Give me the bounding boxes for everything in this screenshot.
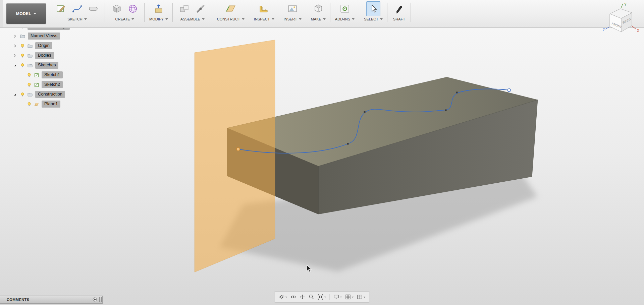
- chevron-down-icon: [34, 13, 36, 14]
- zoom-button[interactable]: [308, 293, 316, 301]
- pen-icon: [393, 3, 405, 14]
- assemble-menu-label: ASSEMBLE: [180, 17, 200, 21]
- modify-menu[interactable]: MODIFY: [149, 17, 168, 21]
- construction-plane-button[interactable]: [224, 1, 238, 16]
- tree-item-label[interactable]: Sketch1: [42, 71, 63, 78]
- create-menu[interactable]: CREATE: [115, 17, 135, 21]
- spline-fit-point[interactable]: [364, 111, 366, 113]
- lightbulb-on-icon[interactable]: [20, 53, 25, 58]
- create-sketch-button[interactable]: [54, 1, 68, 16]
- caret-collapsed-icon[interactable]: [13, 54, 17, 57]
- new-component-icon: [179, 3, 190, 14]
- create-form-button[interactable]: [126, 1, 140, 16]
- tree-row-construction[interactable]: Construction: [0, 89, 103, 99]
- orbit-button[interactable]: [278, 293, 288, 301]
- pan-button[interactable]: [299, 293, 307, 301]
- assemble-menu[interactable]: ASSEMBLE: [180, 17, 205, 21]
- tree-item-label[interactable]: Bodies: [35, 52, 54, 59]
- tree-item-label[interactable]: Named Views: [28, 33, 60, 40]
- tree-row-sketch2[interactable]: Sketch2: [0, 80, 103, 89]
- sketch-menu-label: SKETCH: [67, 17, 83, 21]
- tree-row-plane1[interactable]: Plane1: [0, 99, 103, 109]
- tree-item-label[interactable]: Sketches: [35, 62, 58, 69]
- toolbar-group-create: CREATE: [105, 0, 145, 27]
- insert-canvas-button[interactable]: [285, 1, 300, 16]
- chevron-down-icon: [202, 18, 205, 20]
- insert-menu[interactable]: INSERT: [284, 17, 302, 21]
- caret-collapsed-icon[interactable]: [13, 44, 17, 48]
- folder-icon: [28, 53, 33, 58]
- grid-and-snaps-button[interactable]: [344, 293, 355, 301]
- lightbulb-on-icon[interactable]: [20, 92, 25, 97]
- folder-icon: [20, 34, 25, 38]
- spline-start-point[interactable]: [236, 147, 240, 151]
- select-menu[interactable]: SELECT: [364, 17, 383, 21]
- fit-button[interactable]: [317, 293, 327, 301]
- tree-row-sketches[interactable]: Sketches: [0, 60, 103, 70]
- make-menu[interactable]: MAKE: [311, 17, 326, 21]
- toolbar-group-shaft: SHAFT: [387, 0, 411, 27]
- spline-fit-point[interactable]: [456, 92, 458, 94]
- look-at-button[interactable]: [289, 293, 298, 301]
- tree-row-bodies[interactable]: Bodies: [0, 51, 103, 60]
- caret-expanded-icon[interactable]: [13, 64, 17, 67]
- workspace-label: MODEL: [16, 11, 31, 16]
- lightbulb-on-icon[interactable]: [27, 73, 32, 77]
- tree-row-named-views[interactable]: Named Views: [0, 31, 103, 41]
- tree-item-label[interactable]: Construction: [35, 91, 65, 98]
- addins-menu[interactable]: ADD-INS: [335, 17, 355, 21]
- construction-plane-icon: [225, 3, 236, 14]
- lightbulb-on-icon[interactable]: [27, 102, 32, 107]
- tree-item-label[interactable]: Sketch2: [42, 81, 63, 88]
- lightbulb-on-icon[interactable]: [20, 63, 25, 68]
- toolbar-group-assemble: ASSEMBLE: [173, 0, 212, 27]
- scripts-addins-button[interactable]: [338, 1, 352, 16]
- slot-tool-button[interactable]: [86, 1, 100, 16]
- joint-button[interactable]: [194, 1, 208, 16]
- display-settings-button[interactable]: [332, 293, 343, 301]
- toolbar-group-inspect: INSPECT: [249, 0, 279, 27]
- spline-fit-point[interactable]: [445, 110, 447, 111]
- sketch-icon: [34, 82, 39, 87]
- spline-end-point[interactable]: [508, 89, 511, 92]
- tree-row-sketch1[interactable]: Sketch1: [0, 70, 103, 80]
- axis-y-label: Y: [624, 3, 627, 6]
- tree-item-label[interactable]: Origin: [35, 42, 52, 49]
- press-pull-button[interactable]: [152, 1, 166, 16]
- spline-tool-button[interactable]: [70, 1, 84, 16]
- caret-collapsed-icon[interactable]: [13, 35, 17, 38]
- inspect-menu[interactable]: INSPECT: [254, 17, 274, 21]
- expand-panel-icon[interactable]: [93, 297, 97, 302]
- slot-icon: [88, 3, 99, 14]
- sketch-menu[interactable]: SKETCH: [67, 17, 87, 21]
- create-box-button[interactable]: [110, 1, 124, 16]
- lightbulb-on-icon[interactable]: [20, 44, 25, 48]
- chevron-down-icon: [380, 18, 383, 20]
- axis-z-label: Z: [603, 28, 605, 32]
- construct-menu[interactable]: CONSTRUCT: [217, 17, 245, 21]
- navbar-divider: [330, 294, 330, 300]
- top-toolbar: MODEL: [0, 0, 644, 28]
- shaft-tool-button[interactable]: [392, 1, 406, 16]
- tree-item-label[interactable]: Plane1: [42, 101, 60, 108]
- panel-resize-grip[interactable]: [99, 297, 102, 302]
- shaft-menu[interactable]: SHAFT: [393, 17, 405, 21]
- measure-button[interactable]: [257, 1, 271, 16]
- folder-icon: [28, 63, 33, 67]
- inspect-menu-label: INSPECT: [254, 17, 270, 21]
- chevron-down-icon: [242, 18, 245, 20]
- folder-icon: [28, 44, 33, 48]
- viewports-button[interactable]: [356, 293, 367, 301]
- lightbulb-on-icon[interactable]: [27, 82, 32, 87]
- viewcube[interactable]: Y FRONT RIGHT Z X: [600, 2, 644, 39]
- select-tool-button[interactable]: [366, 1, 380, 16]
- new-component-button[interactable]: [177, 1, 192, 16]
- caret-expanded-icon[interactable]: [13, 93, 17, 96]
- 3d-print-button[interactable]: [311, 1, 325, 16]
- spline-fit-point[interactable]: [347, 143, 349, 145]
- construction-plane1[interactable]: [195, 40, 275, 272]
- workspace-switcher-button[interactable]: MODEL: [6, 3, 46, 24]
- comments-header[interactable]: COMMENTS: [0, 296, 103, 304]
- tree-row-origin[interactable]: Origin: [0, 41, 103, 51]
- select-cursor-icon: [368, 3, 379, 14]
